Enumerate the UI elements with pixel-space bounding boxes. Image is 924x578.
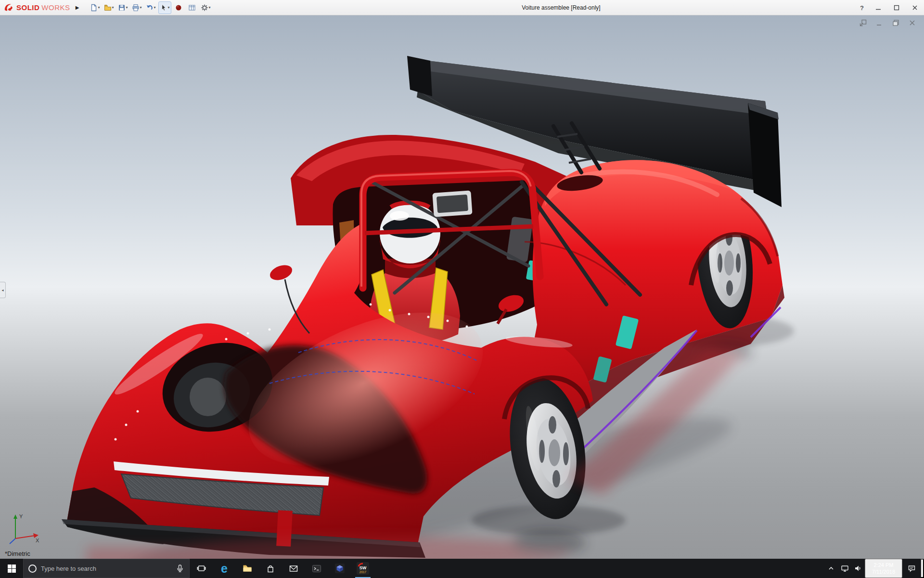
- document-title: Voiture assemblee [Read-only]: [522, 0, 600, 15]
- taskbar-clock[interactable]: 2:24 PM 7/11/2018: [865, 559, 902, 578]
- wing-endplate-left: [407, 56, 432, 96]
- console-icon: [312, 564, 321, 573]
- volume-icon: [854, 565, 862, 572]
- doc-minimize-button[interactable]: [874, 18, 885, 27]
- new-document-icon: [90, 4, 98, 12]
- options-gear-icon: [201, 4, 208, 12]
- taskbar-app-edge[interactable]: e: [213, 559, 236, 578]
- dropdown-arrow: ▾: [140, 5, 142, 10]
- show-desktop-strip[interactable]: [921, 559, 924, 578]
- cube-3d-icon: [335, 564, 345, 573]
- windows-taskbar: e: [0, 559, 924, 578]
- brand-solid: SOLID: [16, 3, 39, 12]
- solidworks-icon: SW 2017: [357, 562, 369, 575]
- options-button[interactable]: ▾: [199, 1, 212, 14]
- triad-y-label: Y: [19, 513, 23, 519]
- popout-button[interactable]: [858, 18, 868, 27]
- titlebar-controls: ?: [855, 0, 924, 15]
- design-table-icon: [188, 4, 196, 12]
- system-tray: 2:24 PM 7/11/2018: [824, 559, 924, 578]
- cortana-circle-icon: [28, 565, 37, 573]
- store-icon: [266, 564, 275, 573]
- close-button[interactable]: [906, 0, 924, 15]
- side-mirror-right: [268, 263, 295, 283]
- taskbar-app-mail[interactable]: [282, 559, 305, 578]
- select-button[interactable]: ▾: [158, 1, 171, 14]
- network-button[interactable]: [838, 559, 851, 578]
- minimize-icon: [875, 5, 881, 11]
- mail-icon: [289, 564, 298, 573]
- view-orientation-label: *Dimetric: [5, 550, 30, 557]
- doc-restore-button[interactable]: [890, 18, 901, 27]
- undo-button[interactable]: ▾: [144, 1, 157, 14]
- document-window-controls: [858, 18, 917, 27]
- ds-solidworks-logo: SOLIDWORKS: [4, 3, 70, 13]
- triad-x-label: X: [36, 538, 39, 543]
- new-document-button[interactable]: ▾: [89, 1, 102, 14]
- dropdown-arrow: ▾: [209, 5, 211, 10]
- dropdown-arrow: ▾: [168, 5, 170, 10]
- task-view-icon: [197, 564, 206, 573]
- save-icon: [118, 4, 126, 12]
- dropdown-arrow: ▾: [112, 5, 114, 10]
- doc-restore-icon: [892, 19, 899, 26]
- titlebar: SOLIDWORKS ▶ ▾ ▾ ▾: [0, 0, 924, 15]
- solidworks-window: SOLIDWORKS ▶ ▾ ▾ ▾: [0, 0, 924, 578]
- close-icon: [912, 5, 918, 11]
- help-button[interactable]: ?: [855, 0, 869, 15]
- record-macro-button[interactable]: [172, 1, 185, 14]
- sw-badge-label: SW: [359, 565, 367, 570]
- edge-icon: e: [221, 563, 228, 575]
- ds-logo: [4, 3, 14, 13]
- microphone-icon[interactable]: [176, 564, 184, 573]
- record-macro-icon: [175, 4, 182, 12]
- taskbar-app-task-view[interactable]: [190, 559, 213, 578]
- dropdown-arrow: ▾: [126, 5, 128, 10]
- undo-icon: [146, 4, 154, 12]
- print-button[interactable]: ▾: [130, 1, 143, 14]
- brand-works: WORKS: [41, 3, 70, 12]
- clock-time: 2:24 PM: [874, 562, 894, 568]
- print-icon: [132, 4, 140, 12]
- action-center-icon: [908, 565, 916, 572]
- dropdown-arrow: ▾: [98, 5, 100, 10]
- volume-button[interactable]: [851, 559, 865, 578]
- popout-icon: [860, 19, 867, 26]
- taskbar-app-console[interactable]: [305, 559, 328, 578]
- quick-toolbar: ▾ ▾ ▾ ▾: [89, 1, 212, 14]
- sw-badge-year: 2017: [359, 570, 367, 574]
- search-input[interactable]: [41, 565, 171, 572]
- maximize-button[interactable]: [887, 0, 906, 15]
- menu-flyout-arrow[interactable]: ▶: [73, 2, 82, 13]
- orientation-triad: Y X: [7, 512, 43, 546]
- far-wheel-rim-hint: [190, 378, 226, 416]
- design-table-button[interactable]: [186, 1, 198, 14]
- tray-chevron-icon: [828, 565, 834, 572]
- clock-date: 7/11/2018: [872, 568, 895, 575]
- action-center-button[interactable]: [902, 559, 921, 578]
- doc-close-button[interactable]: [907, 18, 917, 27]
- minimize-button[interactable]: [869, 0, 887, 15]
- graphics-viewport[interactable]: ◂: [0, 15, 924, 559]
- open-icon: [104, 4, 112, 12]
- network-icon: [841, 565, 849, 572]
- open-button[interactable]: ▾: [103, 1, 116, 14]
- start-icon: [8, 565, 16, 573]
- maximize-icon: [894, 5, 899, 11]
- taskbar-app-file-explorer[interactable]: [236, 559, 259, 578]
- taskbar-search[interactable]: [23, 559, 190, 578]
- tray-chevron-button[interactable]: [824, 559, 838, 578]
- start-button[interactable]: [0, 559, 23, 578]
- file-explorer-icon: [243, 564, 252, 573]
- dropdown-arrow: ▾: [154, 5, 156, 10]
- taskbar-app-store[interactable]: [259, 559, 282, 578]
- doc-minimize-icon: [876, 19, 883, 26]
- taskbar-app-3d-viewer[interactable]: [328, 559, 351, 578]
- select-cursor-icon: [160, 4, 167, 12]
- model-render-race-car[interactable]: [0, 15, 924, 559]
- taskbar-app-solidworks[interactable]: SW 2017: [351, 559, 374, 578]
- doc-close-icon: [909, 19, 916, 26]
- save-button[interactable]: ▾: [116, 1, 129, 14]
